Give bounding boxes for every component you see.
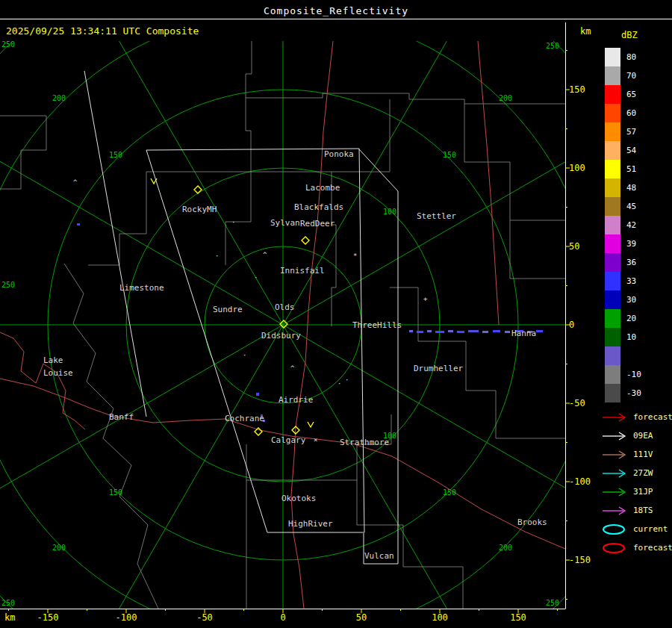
dbz-swatch (605, 160, 620, 178)
dbz-scale-entry: 54 (605, 141, 641, 160)
legend-item-label: 18TS (633, 506, 653, 515)
dbz-swatch (605, 365, 620, 384)
station-marker-icon: ^ (290, 364, 295, 372)
dbz-scale-entry: 48 (605, 178, 641, 197)
city-label: Sylvan (270, 218, 300, 228)
dbz-scale-entry: 36 (605, 253, 641, 272)
dbz-value-label: 60 (626, 108, 636, 118)
svg-text:250: 250 (546, 599, 559, 607)
right-axis-tick-label: 0 (569, 320, 574, 330)
dbz-scale-entry (605, 346, 641, 365)
dbz-scale-entry: 51 (605, 160, 641, 178)
legend-item: 18TS (602, 501, 672, 520)
city-label: Calgary (271, 435, 306, 445)
legend-item: 111V (602, 445, 672, 464)
right-axis-tick-label: -150 (569, 555, 591, 565)
dbz-value-label: 57 (626, 127, 636, 137)
legend-item: 27ZW (602, 464, 672, 482)
right-axis-tick-label: 50 (569, 241, 579, 252)
dbz-scale-entry: 65 (605, 85, 641, 104)
radar-site-diamond-icon (194, 186, 202, 193)
legend-item-label: forecast (633, 412, 672, 422)
dbz-scale-entry: 39 (605, 234, 641, 253)
color-scale-unit: dBZ (621, 30, 638, 40)
dbz-scale-entry: 60 (605, 104, 641, 122)
dbz-value-label: 10 (626, 332, 636, 342)
bottom-axis-tick-label: 50 (345, 612, 378, 623)
dbz-swatch (605, 290, 620, 309)
dbz-swatch (605, 384, 620, 402)
18TS-arrow-icon (602, 505, 629, 517)
city-label: Sundre (213, 305, 243, 314)
legend-item-label: 31JP (633, 487, 653, 497)
dbz-swatch (605, 122, 620, 141)
city-label: Strathmore (340, 438, 389, 447)
dbz-scale-entry: -30 (605, 384, 641, 402)
svg-text:150: 150 (443, 488, 456, 497)
radar-app-window: Composite_Reflectivity 2025/09/25 13:34:… (0, 0, 672, 628)
dbz-swatch (605, 272, 620, 290)
legend-item: forecast (602, 538, 672, 557)
dbz-swatch (605, 309, 620, 328)
city-label: Vulcan (364, 551, 394, 561)
right-axis-unit: km (580, 26, 591, 37)
right-axis-tick-label: 150 (569, 84, 585, 95)
range-ring-grid (0, 41, 565, 609)
city-label: Airdrie (279, 395, 313, 405)
station-marker-icon: · (345, 376, 349, 384)
station-marker-icon: × (314, 436, 317, 444)
dbz-scale-entry: -10 (605, 365, 641, 384)
09EA-arrow-icon (602, 430, 629, 442)
dbz-swatch (605, 328, 620, 346)
legend-item: current (602, 520, 672, 538)
svg-text:100: 100 (383, 208, 396, 216)
city-label: Blackfalds (294, 202, 343, 212)
dbz-scale-entry: 42 (605, 216, 641, 234)
legend-item: forecast (602, 408, 672, 426)
legend-item: 09EA (602, 426, 672, 445)
dbz-color-scale: 80706560575451484542393633302010-10-30 (605, 48, 641, 402)
city-label: Brooks (517, 517, 547, 527)
legend-item: 31JP (602, 482, 672, 501)
dbz-value-label: -10 (626, 370, 641, 379)
station-marker-icon: ^ (73, 178, 78, 186)
right-axis-tick-label: -100 (569, 476, 591, 487)
city-label: RedDeer (300, 219, 335, 228)
dbz-scale-entry: 70 (605, 66, 641, 85)
dbz-value-label: 36 (626, 258, 636, 267)
bottom-axis-tick-label: -100 (110, 612, 143, 623)
city-label: Lake (43, 355, 63, 365)
svg-text:200: 200 (499, 94, 512, 102)
111V-arrow-icon (602, 449, 629, 461)
dbz-value-label: 30 (626, 295, 636, 305)
dbz-swatch (605, 48, 620, 66)
svg-text:200: 200 (52, 94, 66, 102)
dbz-scale-entry: 33 (605, 272, 641, 290)
dbz-scale-entry: 57 (605, 122, 641, 141)
city-label: HighRiver (288, 519, 333, 529)
station-marker-icon: · (337, 380, 341, 388)
dbz-swatch (605, 66, 620, 85)
city-label: Drumheller (414, 364, 464, 373)
bottom-axis-tick-label: -150 (31, 612, 64, 623)
svg-text:150: 150 (109, 488, 122, 497)
forecast-arrow-icon (602, 411, 629, 423)
legend-item-label: current (633, 524, 668, 534)
dbz-swatch (605, 234, 620, 253)
timestamp: 2025/09/25 13:34:11 UTC Composite (6, 25, 199, 37)
dbz-swatch (605, 178, 620, 197)
dbz-value-label: -30 (626, 388, 641, 398)
right-axis-tick-label: -50 (569, 398, 585, 408)
city-label: Cochrane (225, 414, 264, 423)
bottom-axis-tick-label: 0 (267, 612, 299, 623)
svg-text:150: 150 (109, 151, 122, 159)
radar-map: 2502001501502002501001002501502002501502… (0, 41, 565, 609)
dbz-value-label: 48 (626, 183, 636, 193)
right-axis-tick-label: 100 (569, 163, 585, 173)
dbz-swatch (605, 253, 620, 272)
dbz-scale-entry: 10 (605, 328, 641, 346)
dbz-value-label: 51 (626, 164, 636, 174)
current-ellipse-icon (602, 523, 629, 535)
dbz-value-label: 42 (626, 220, 636, 230)
page-title: Composite_Reflectivity (0, 5, 672, 16)
